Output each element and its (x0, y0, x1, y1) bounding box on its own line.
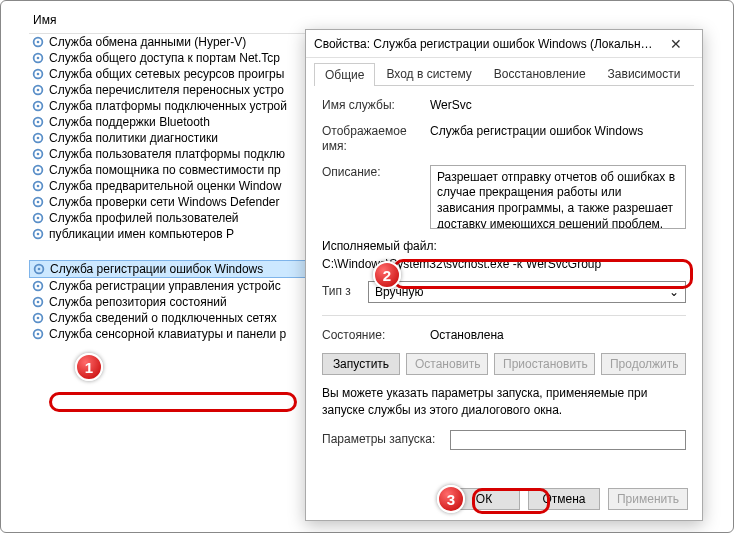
apply-button: Применить (608, 488, 688, 510)
service-row[interactable]: Служба поддержки Bluetooth (29, 114, 319, 130)
service-row[interactable]: Служба предварительной оценки Window (29, 178, 319, 194)
svg-point-15 (37, 153, 40, 156)
svg-point-27 (38, 268, 41, 271)
svg-point-35 (37, 333, 40, 336)
svg-point-21 (37, 201, 40, 204)
dialog-title: Свойства: Служба регистрации ошибок Wind… (314, 37, 658, 51)
service-name-text: Служба помощника по совместимости пр (49, 163, 281, 177)
label-service-name: Имя службы: (322, 98, 420, 114)
startup-type-dropdown[interactable]: Вручную ⌄ (368, 281, 686, 303)
label-start-params: Параметры запуска: (322, 432, 440, 448)
svg-point-33 (37, 317, 40, 320)
service-row[interactable]: Служба сенсорной клавиатуры и панели р (29, 326, 319, 342)
label-startup-type: Тип з (322, 284, 358, 300)
service-row[interactable]: Служба пользователя платформы подклю (29, 146, 319, 162)
service-row[interactable]: Служба проверки сети Windows Defender (29, 194, 319, 210)
service-name-text: Служба политики диагностики (49, 131, 218, 145)
service-properties-dialog: Свойства: Служба регистрации ошибок Wind… (305, 29, 703, 521)
service-name-text: Служба платформы подключенных устрой (49, 99, 287, 113)
svg-point-1 (37, 41, 40, 44)
service-row[interactable]: Служба перечислителя переносных устро (29, 82, 319, 98)
gear-icon (31, 227, 45, 241)
service-row[interactable]: Служба помощника по совместимости пр (29, 162, 319, 178)
service-row[interactable]: Служба общего доступа к портам Net.Tcp (29, 50, 319, 66)
gear-icon (31, 51, 45, 65)
start-params-input[interactable] (450, 430, 686, 450)
svg-point-29 (37, 285, 40, 288)
svg-point-3 (37, 57, 40, 60)
svg-point-9 (37, 105, 40, 108)
tab-1[interactable]: Вход в систему (375, 62, 482, 85)
ok-button[interactable]: ОК (448, 488, 520, 510)
service-name-text: Служба поддержки Bluetooth (49, 115, 210, 129)
gear-icon (31, 311, 45, 325)
service-name-text: Служба репозитория состояний (49, 295, 227, 309)
service-row[interactable]: Служба профилей пользователей (29, 210, 319, 226)
service-row[interactable]: Служба обмена данными (Hyper-V) (29, 34, 319, 50)
gear-icon (32, 262, 46, 276)
gear-icon (31, 179, 45, 193)
gear-icon (31, 35, 45, 49)
gear-icon (31, 147, 45, 161)
gear-icon (31, 99, 45, 113)
tab-3[interactable]: Зависимости (597, 62, 692, 85)
value-state: Остановлена (430, 328, 686, 344)
service-name-text: Служба перечислителя переносных устро (49, 83, 284, 97)
start-button[interactable]: Запустить (322, 353, 400, 375)
svg-point-5 (37, 73, 40, 76)
pause-button: Приостановить (494, 353, 595, 375)
startup-type-value: Вручную (375, 285, 423, 299)
stop-button: Остановить (406, 353, 488, 375)
service-row[interactable]: Служба политики диагностики (29, 130, 319, 146)
tab-0[interactable]: Общие (314, 63, 375, 86)
service-name-text: Служба предварительной оценки Window (49, 179, 281, 193)
gear-icon (31, 115, 45, 129)
startup-note: Вы можете указать параметры запуска, при… (322, 385, 686, 417)
service-name-text: Служба проверки сети Windows Defender (49, 195, 279, 209)
gear-icon (31, 279, 45, 293)
resume-button: Продолжить (601, 353, 686, 375)
services-list-panel: Имя Служба обмена данными (Hyper-V)Служб… (29, 11, 319, 521)
label-executable: Исполняемый файл: (322, 239, 686, 253)
description-textbox[interactable]: Разрешает отправку отчетов об ошибках в … (430, 165, 686, 229)
column-header-name[interactable]: Имя (29, 11, 319, 34)
service-row-selected[interactable]: Служба регистрации ошибок Windows (29, 260, 319, 278)
svg-point-7 (37, 89, 40, 92)
dialog-titlebar[interactable]: Свойства: Служба регистрации ошибок Wind… (306, 30, 702, 58)
service-name-text: Служба общих сетевых ресурсов проигры (49, 67, 284, 81)
service-name-text: Служба обмена данными (Hyper-V) (49, 35, 246, 49)
svg-point-11 (37, 121, 40, 124)
service-row[interactable]: Служба платформы подключенных устрой (29, 98, 319, 114)
service-name-text: Служба общего доступа к портам Net.Tcp (49, 51, 280, 65)
service-name-text: Служба сведений о подключенных сетях (49, 311, 277, 325)
gear-icon (31, 67, 45, 81)
service-row[interactable]: Служба репозитория состояний (29, 294, 319, 310)
gear-icon (31, 83, 45, 97)
tab-2[interactable]: Восстановление (483, 62, 597, 85)
service-name-text: публикации имен компьютеров P (49, 227, 234, 241)
cancel-button[interactable]: Отмена (528, 488, 600, 510)
svg-point-19 (37, 185, 40, 188)
close-icon[interactable]: ✕ (658, 36, 694, 52)
gear-icon (31, 163, 45, 177)
tab-strip: ОбщиеВход в системуВосстановлениеЗависим… (314, 62, 694, 86)
gear-icon (31, 131, 45, 145)
label-state: Состояние: (322, 328, 420, 344)
service-row[interactable]: публикации имен компьютеров P (29, 226, 319, 242)
chevron-down-icon: ⌄ (669, 285, 679, 299)
svg-point-23 (37, 217, 40, 220)
value-executable-path: C:\Windows\System32\svchost.exe -k WerSv… (322, 257, 686, 271)
svg-point-31 (37, 301, 40, 304)
service-row[interactable]: Служба сведений о подключенных сетях (29, 310, 319, 326)
gear-icon (31, 195, 45, 209)
service-row[interactable]: Служба общих сетевых ресурсов проигры (29, 66, 319, 82)
gear-icon (31, 295, 45, 309)
value-service-name: WerSvc (430, 98, 686, 114)
service-name-text: Служба профилей пользователей (49, 211, 239, 225)
gear-icon (31, 327, 45, 341)
svg-point-13 (37, 137, 40, 140)
label-description: Описание: (322, 165, 420, 229)
service-row[interactable]: Служба регистрации управления устройс (29, 278, 319, 294)
svg-point-17 (37, 169, 40, 172)
value-display-name: Служба регистрации ошибок Windows (430, 124, 686, 155)
